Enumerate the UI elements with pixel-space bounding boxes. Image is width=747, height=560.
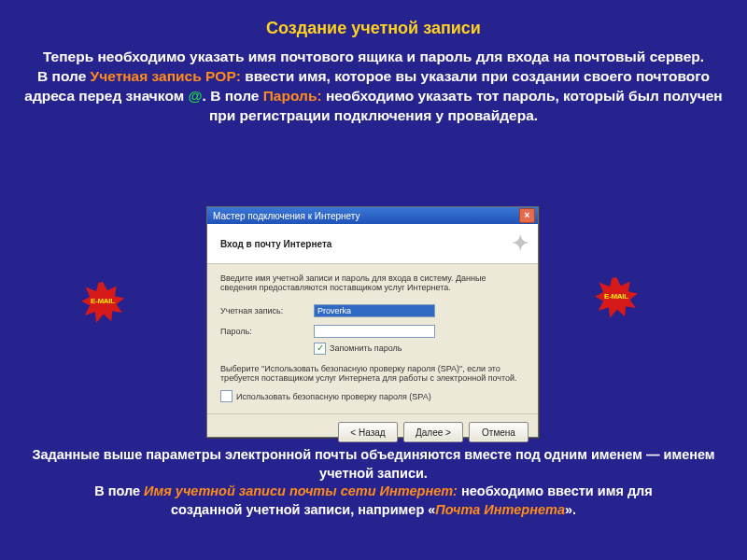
wand-icon: ✦ [512, 231, 529, 256]
intro-text: Теперь необходимо указать имя почтового … [0, 38, 747, 133]
intro-hl-pop: Учетная запись POP: [91, 68, 241, 84]
remember-checkbox-row[interactable]: ✓ Запомнить пароль [314, 343, 525, 355]
intro-hl-password: Пароль: [263, 88, 322, 104]
outro-line1: Заданные выше параметры электронной почт… [32, 447, 714, 481]
account-input[interactable]: Proverka [314, 304, 435, 317]
intro-line1: Теперь необходимо указать имя почтового … [43, 49, 704, 64]
email-burst-icon-left [79, 280, 126, 327]
remember-label: Запомнить пароль [330, 343, 402, 353]
dialog-subheader: Вход в почту Интернета ✦ [207, 224, 538, 264]
account-label: Учетная запись: [220, 306, 314, 315]
dialog-titlebar[interactable]: Мастер подключения к Интернету × [207, 207, 538, 224]
spa-checkbox-row[interactable]: Использовать безопасную проверку пароля … [220, 390, 525, 402]
account-row: Учетная запись: Proverka [220, 304, 525, 317]
spa-checkbox[interactable] [220, 390, 233, 402]
outro-hl-mailname: Почта Интернета [435, 502, 565, 517]
dialog-title: Мастер подключения к Интернету [213, 211, 360, 221]
close-icon: × [525, 211, 530, 220]
outro-line2-pre: В поле [94, 483, 144, 498]
wizard-dialog: Мастер подключения к Интернету × Вход в … [206, 206, 539, 438]
intro-line2-post1: . В поле [203, 88, 263, 104]
outro-text: Заданные выше параметры электронной почт… [0, 446, 747, 519]
next-button[interactable]: Далее > [403, 422, 463, 442]
outro-line2-mid: необходимо ввести имя для [458, 483, 653, 498]
password-label: Пароль: [220, 327, 314, 336]
spa-description: Выберите "Использовать безопасную провер… [220, 364, 525, 384]
dialog-description: Введите имя учетной записи и пароль для … [220, 273, 525, 293]
outro-line3-pre: созданной учетной записи, например « [171, 502, 435, 517]
password-input[interactable] [314, 325, 435, 338]
outro-line3-post: ». [565, 502, 576, 517]
spa-label: Использовать безопасную проверку пароля … [236, 392, 431, 401]
back-button[interactable]: < Назад [338, 422, 398, 442]
password-row: Пароль: [220, 325, 525, 338]
email-burst-icon-right [593, 275, 640, 322]
at-symbol: @ [188, 88, 202, 104]
intro-line2-pre: В поле [37, 68, 91, 84]
outro-hl-accountname: Имя учетной записи почты сети Интернет: [144, 483, 458, 498]
cancel-button[interactable]: Отмена [469, 422, 529, 442]
close-button[interactable]: × [519, 208, 535, 223]
dialog-subheader-text: Вход в почту Интернета [220, 239, 331, 249]
slide-title: Создание учетной записи [0, 0, 747, 38]
check-icon: ✓ [317, 343, 324, 353]
remember-checkbox[interactable]: ✓ [314, 343, 326, 355]
